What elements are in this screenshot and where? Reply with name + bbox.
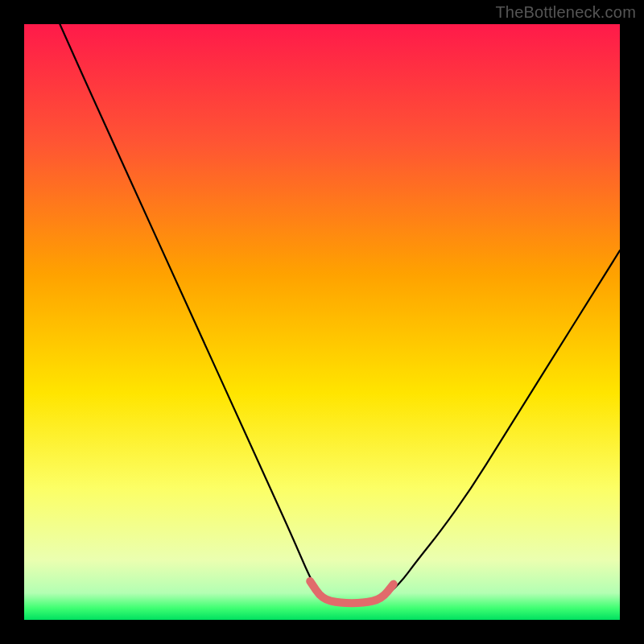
plot-area bbox=[24, 24, 620, 620]
watermark-text: TheBottleneck.com bbox=[495, 3, 636, 22]
chart-container: TheBottleneck.com bbox=[0, 0, 644, 644]
gradient-background bbox=[24, 24, 620, 620]
chart-svg bbox=[24, 24, 620, 620]
